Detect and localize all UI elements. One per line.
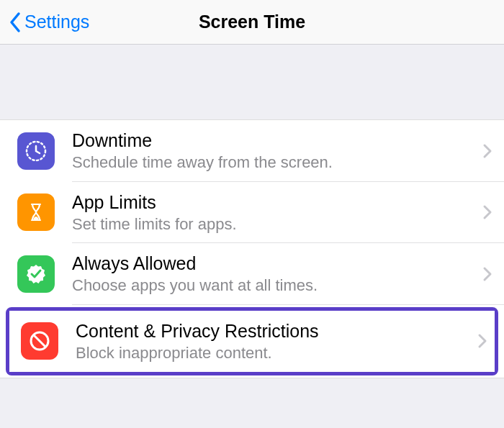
chevron-right-icon: [482, 204, 492, 220]
check-badge-icon: [17, 255, 55, 293]
svg-line-2: [34, 335, 45, 347]
list-item-app-limits[interactable]: App Limits Set time limits for apps.: [0, 182, 504, 244]
list-item-title: Downtime: [72, 129, 475, 151]
back-label: Settings: [24, 12, 89, 32]
page-title: Screen Time: [199, 12, 305, 32]
chevron-right-icon: [477, 333, 487, 349]
list-item-always-allowed[interactable]: Always Allowed Choose apps you want at a…: [0, 243, 504, 305]
list-item-title: App Limits: [72, 191, 475, 213]
chevron-left-icon: [9, 12, 22, 33]
list-item-content-privacy[interactable]: Content & Privacy Restrictions Block ina…: [9, 311, 495, 373]
list-item-title: Content & Privacy Restrictions: [76, 320, 470, 342]
list-item-text: App Limits Set time limits for apps.: [72, 191, 475, 235]
list-item-title: Always Allowed: [72, 252, 475, 274]
no-entry-icon: [21, 322, 58, 360]
chevron-right-icon: [482, 266, 492, 282]
back-button[interactable]: Settings: [0, 12, 89, 33]
settings-list: Downtime Schedule time away from the scr…: [0, 119, 504, 378]
list-item-downtime[interactable]: Downtime Schedule time away from the scr…: [0, 120, 504, 182]
list-item-subtitle: Set time limits for apps.: [72, 214, 475, 235]
nav-bar: Settings Screen Time: [0, 0, 504, 45]
list-item-text: Always Allowed Choose apps you want at a…: [72, 252, 475, 296]
list-item-subtitle: Block inappropriate content.: [76, 343, 470, 363]
list-item-subtitle: Choose apps you want at all times.: [72, 276, 475, 296]
list-item-text: Downtime Schedule time away from the scr…: [72, 129, 475, 173]
section-spacer: [0, 45, 504, 119]
chevron-right-icon: [482, 143, 492, 159]
list-item-subtitle: Schedule time away from the screen.: [72, 152, 475, 173]
downtime-icon: [17, 132, 55, 170]
highlight-annotation: Content & Privacy Restrictions Block ina…: [6, 307, 498, 376]
list-item-text: Content & Privacy Restrictions Block ina…: [76, 320, 470, 363]
hourglass-icon: [17, 193, 55, 231]
